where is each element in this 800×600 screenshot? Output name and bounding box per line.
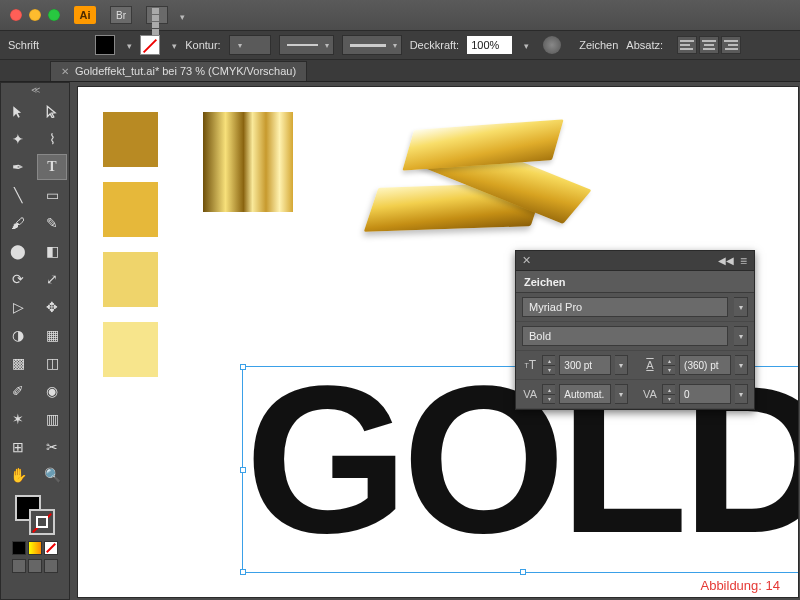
column-graph-tool[interactable]: ▥ <box>37 406 67 432</box>
brush-def-dropdown[interactable]: ▾ <box>342 35 402 55</box>
paintbrush-tool[interactable]: 🖌 <box>3 210 33 236</box>
fill-color-swatch[interactable] <box>95 35 115 55</box>
draw-inside[interactable] <box>44 559 58 573</box>
opacity-label[interactable]: Deckkraft: <box>410 39 460 51</box>
opacity-dropdown-icon[interactable] <box>520 39 529 51</box>
color-swatch-3[interactable] <box>103 252 158 307</box>
eraser-tool[interactable]: ◧ <box>37 238 67 264</box>
rotate-tool[interactable]: ⟳ <box>3 266 33 292</box>
artboard-tool[interactable]: ⊞ <box>3 434 33 460</box>
tool-grid: ✦ ⌇ ✒ T ╲ ▭ 🖌 ✎ ⬤ ◧ ⟳ ⤢ ▷ ✥ ◑ ▦ ▩ ◫ ✐ ◉ … <box>1 97 69 489</box>
align-center-button[interactable] <box>699 36 719 54</box>
bridge-button[interactable]: Br <box>110 6 132 24</box>
color-swatch-4[interactable] <box>103 322 158 377</box>
blend-tool[interactable]: ◉ <box>37 378 67 404</box>
fill-stroke-control[interactable] <box>15 495 55 535</box>
perspective-grid-tool[interactable]: ▦ <box>37 322 67 348</box>
free-transform-tool[interactable]: ✥ <box>37 294 67 320</box>
handle-top-left[interactable] <box>240 364 246 370</box>
stroke-color-swatch[interactable] <box>140 35 160 55</box>
character-panel[interactable]: ✕ ◀◀ ≡ Zeichen Myriad Pro ▾ Bold ▾ TT ▴▾… <box>515 250 755 410</box>
mesh-tool[interactable]: ▩ <box>3 350 33 376</box>
handle-bottom-center[interactable] <box>520 569 526 575</box>
leading-dropdown-icon[interactable]: ▾ <box>735 355 748 375</box>
panel-header[interactable]: ✕ ◀◀ ≡ <box>516 251 754 271</box>
stroke-color-dropdown-icon[interactable] <box>168 39 177 51</box>
panel-tab-character[interactable]: Zeichen <box>516 271 754 293</box>
tracking-input[interactable]: 0 <box>679 384 731 404</box>
color-mode-gradient[interactable] <box>28 541 42 555</box>
gold-bars-image[interactable] <box>358 107 598 257</box>
opacity-input[interactable]: 100% <box>467 36 512 54</box>
document-tab-title: Goldeffekt_tut.ai* bei 73 % (CMYK/Vorsch… <box>75 65 296 77</box>
stroke-profile-dropdown[interactable]: ▾ <box>279 35 334 55</box>
arrange-documents-button[interactable] <box>146 6 168 24</box>
align-right-button[interactable] <box>721 36 741 54</box>
gradient-tool[interactable]: ◫ <box>37 350 67 376</box>
kerning-input[interactable]: Automat. <box>559 384 611 404</box>
tracking-dropdown-icon[interactable]: ▾ <box>735 384 748 404</box>
line-tool[interactable]: ╲ <box>3 182 33 208</box>
pencil-tool[interactable]: ✎ <box>37 210 67 236</box>
tool-panel-grip[interactable]: ≪ <box>1 83 69 97</box>
font-size-input[interactable]: 300 pt <box>559 355 611 375</box>
width-tool[interactable]: ▷ <box>3 294 33 320</box>
minimize-window-button[interactable] <box>29 9 41 21</box>
paragraph-panel-link[interactable]: Absatz: <box>626 39 663 51</box>
close-tab-icon[interactable]: ✕ <box>61 66 69 77</box>
type-tool[interactable]: T <box>37 154 67 180</box>
pen-tool[interactable]: ✒ <box>3 154 33 180</box>
font-style-field[interactable]: Bold <box>522 326 728 346</box>
shape-builder-tool[interactable]: ◑ <box>3 322 33 348</box>
gold-bar-top <box>402 119 563 170</box>
draw-normal[interactable] <box>12 559 26 573</box>
align-left-button[interactable] <box>677 36 697 54</box>
arrange-dropdown-icon[interactable] <box>176 6 185 24</box>
hand-tool[interactable]: ✋ <box>3 462 33 488</box>
slice-tool[interactable]: ✂ <box>37 434 67 460</box>
zoom-window-button[interactable] <box>48 9 60 21</box>
fill-dropdown-icon[interactable] <box>123 39 132 51</box>
leading-stepper[interactable]: ▴▾ <box>662 355 675 375</box>
panel-menu-icon[interactable]: ≡ <box>740 254 748 268</box>
font-family-dropdown-icon[interactable]: ▾ <box>734 297 748 317</box>
tracking-icon: VA <box>642 385 658 403</box>
color-mode-solid[interactable] <box>12 541 26 555</box>
leading-input[interactable]: (360) pt <box>679 355 731 375</box>
color-swatch-1[interactable] <box>103 112 158 167</box>
direct-selection-tool[interactable] <box>37 98 67 124</box>
stroke-indicator[interactable] <box>29 509 55 535</box>
selection-tool[interactable] <box>3 98 33 124</box>
font-family-field[interactable]: Myriad Pro <box>522 297 728 317</box>
rectangle-tool[interactable]: ▭ <box>37 182 67 208</box>
panel-close-icon[interactable]: ✕ <box>522 254 531 267</box>
font-size-stepper[interactable]: ▴▾ <box>542 355 555 375</box>
scale-tool[interactable]: ⤢ <box>37 266 67 292</box>
close-window-button[interactable] <box>10 9 22 21</box>
stroke-label[interactable]: Kontur: <box>185 39 220 51</box>
handle-bottom-left[interactable] <box>240 569 246 575</box>
font-style-dropdown-icon[interactable]: ▾ <box>734 326 748 346</box>
figure-caption: Abbildung: 14 <box>700 578 780 593</box>
color-mode-bar <box>1 539 69 557</box>
recolor-artwork-button[interactable] <box>543 36 561 54</box>
gold-gradient-sample[interactable] <box>203 112 293 212</box>
eyedropper-tool[interactable]: ✐ <box>3 378 33 404</box>
document-tab[interactable]: ✕ Goldeffekt_tut.ai* bei 73 % (CMYK/Vors… <box>50 61 307 81</box>
magic-wand-tool[interactable]: ✦ <box>3 126 33 152</box>
draw-behind[interactable] <box>28 559 42 573</box>
font-size-dropdown-icon[interactable]: ▾ <box>615 355 628 375</box>
panel-collapse-icon[interactable]: ◀◀ <box>718 255 734 266</box>
tracking-stepper[interactable]: ▴▾ <box>662 384 675 404</box>
blob-brush-tool[interactable]: ⬤ <box>3 238 33 264</box>
kerning-dropdown-icon[interactable]: ▾ <box>615 384 628 404</box>
lasso-tool[interactable]: ⌇ <box>37 126 67 152</box>
character-panel-link[interactable]: Zeichen <box>579 39 618 51</box>
color-swatch-2[interactable] <box>103 182 158 237</box>
kerning-stepper[interactable]: ▴▾ <box>542 384 555 404</box>
stroke-weight-dropdown[interactable]: ▾ <box>229 35 271 55</box>
symbol-sprayer-tool[interactable]: ✶ <box>3 406 33 432</box>
handle-mid-left[interactable] <box>240 467 246 473</box>
zoom-tool[interactable]: 🔍 <box>37 462 67 488</box>
color-mode-none[interactable] <box>44 541 58 555</box>
